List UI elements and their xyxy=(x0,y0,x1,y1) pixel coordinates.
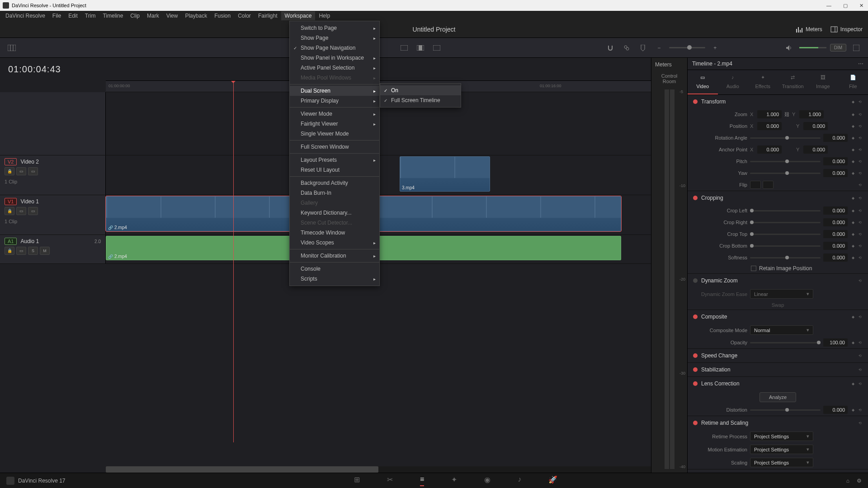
mixer-icon[interactable] xyxy=(850,42,863,54)
menu-mark[interactable]: Mark xyxy=(143,11,163,20)
motion-estimation-select[interactable]: Project Settings xyxy=(750,445,813,454)
menu-file[interactable]: File xyxy=(49,11,65,20)
menu-trim[interactable]: Trim xyxy=(81,11,99,20)
track-badge-a1[interactable]: A1 xyxy=(5,238,17,245)
menu-davinci-resolve[interactable]: DaVinci Resolve xyxy=(2,11,49,20)
section-stabilization[interactable]: Stabilization⟲ xyxy=(688,363,868,376)
inspector-tab-effects[interactable]: ✦Effects xyxy=(748,70,778,94)
marker-icon[interactable] xyxy=(637,42,649,54)
menu-item-fairlight-viewer[interactable]: Fairlight Viewer xyxy=(290,119,379,129)
composite-mode-select[interactable]: Normal xyxy=(750,325,813,335)
flip-h-button[interactable] xyxy=(750,181,761,189)
menu-item-show-page[interactable]: Show Page xyxy=(290,33,379,43)
crop-top-slider[interactable] xyxy=(750,234,821,235)
zoom-y-value[interactable]: 1.000 xyxy=(799,110,824,118)
menu-item-scripts[interactable]: Scripts xyxy=(290,274,379,284)
track-auto-button[interactable]: ▭ xyxy=(16,247,26,255)
menu-item-layout-presets[interactable]: Layout Presets xyxy=(290,155,379,165)
menu-item-full-screen-timeline[interactable]: ✓Full Screen Timeline xyxy=(380,95,461,105)
opacity-slider[interactable] xyxy=(750,342,821,343)
menu-item-dual-screen[interactable]: Dual Screen xyxy=(290,86,379,96)
enable-dot[interactable] xyxy=(693,196,698,200)
menu-item-switch-to-page[interactable]: Switch to Page xyxy=(290,23,379,33)
horizontal-scrollbar[interactable] xyxy=(106,466,651,473)
menu-item-keyword-dictionary-[interactable]: Keyword Dictionary... xyxy=(290,208,379,218)
crop-left-slider[interactable] xyxy=(750,210,821,211)
menu-clip[interactable]: Clip xyxy=(127,11,143,20)
page-deliver[interactable]: 🚀 xyxy=(548,475,557,486)
snap-icon[interactable] xyxy=(604,42,617,54)
menu-item-reset-ui-layout[interactable]: Reset UI Layout xyxy=(290,165,379,175)
distortion-slider[interactable] xyxy=(750,409,821,411)
menu-help[interactable]: Help xyxy=(315,11,334,20)
enable-dot[interactable] xyxy=(693,278,698,283)
mute-button[interactable]: M xyxy=(40,247,50,255)
solo-button[interactable]: S xyxy=(28,247,38,255)
maximize-button[interactable]: ▢ xyxy=(841,3,849,9)
distortion-value[interactable]: 0.000 xyxy=(823,406,848,414)
retime-process-select[interactable]: Project Settings xyxy=(750,432,813,441)
menu-item-single-viewer-mode[interactable]: Single Viewer Mode xyxy=(290,129,379,139)
track-disable-button[interactable]: ▭ xyxy=(28,207,38,215)
section-retime-scaling[interactable]: Retime and Scaling⟲ xyxy=(688,416,868,430)
section-composite[interactable]: Composite◆⟲ xyxy=(688,310,868,324)
enable-dot[interactable] xyxy=(693,421,698,425)
page-fairlight[interactable]: ♪ xyxy=(518,475,521,486)
menu-view[interactable]: View xyxy=(163,11,182,20)
menu-item-video-scopes[interactable]: Video Scopes xyxy=(290,238,379,248)
inspector-tab-image[interactable]: 🖼Image xyxy=(808,70,838,94)
volume-icon[interactable] xyxy=(783,42,796,54)
enable-dot[interactable] xyxy=(693,367,698,372)
link-icon[interactable] xyxy=(620,42,633,54)
menu-item-show-page-navigation[interactable]: ✓Show Page Navigation xyxy=(290,43,379,53)
inspector-tab-video[interactable]: ▭Video xyxy=(688,70,718,94)
rotation-value[interactable]: 0.000 xyxy=(823,134,848,142)
opacity-value[interactable]: 100.00 xyxy=(823,338,848,347)
reset-icon[interactable]: ⟲ xyxy=(857,112,863,117)
menu-fairlight[interactable]: Fairlight xyxy=(255,11,281,20)
menu-item-timecode-window[interactable]: Timecode Window xyxy=(290,228,379,238)
meters-toggle[interactable]: Meters xyxy=(796,26,822,33)
menu-fusion[interactable]: Fusion xyxy=(211,11,234,20)
menu-item-full-screen-window[interactable]: Full Screen Window xyxy=(290,142,379,152)
menu-item-show-panel-in-workspace[interactable]: Show Panel in Workspace xyxy=(290,53,379,63)
zoom-out-icon[interactable]: − xyxy=(653,42,665,54)
menu-workspace[interactable]: Workspace xyxy=(281,11,316,20)
clip-v2[interactable]: 3.mp4 xyxy=(400,156,490,192)
track-lock-button[interactable]: 🔒 xyxy=(5,247,14,255)
zoom-slider[interactable] xyxy=(669,47,705,48)
scaling-select[interactable]: Project Settings xyxy=(750,458,813,467)
enable-dot[interactable] xyxy=(693,353,698,358)
retain-checkbox[interactable] xyxy=(751,266,756,271)
reset-icon[interactable]: ⟲ xyxy=(857,99,863,104)
timecode-display[interactable]: 01:00:04:43 xyxy=(8,64,61,75)
page-media[interactable]: ⊞ xyxy=(354,475,360,486)
menu-item-data-burn-in[interactable]: Data Burn-In xyxy=(290,188,379,198)
inspector-tab-file[interactable]: 📄File xyxy=(838,70,868,94)
track-auto-button[interactable]: ▭ xyxy=(16,207,26,215)
track-auto-button[interactable]: ▭ xyxy=(16,167,26,175)
softness-slider[interactable] xyxy=(750,257,821,258)
dim-button[interactable]: DIM xyxy=(830,44,846,52)
track-badge-v2[interactable]: V2 xyxy=(5,158,17,165)
page-fusion[interactable]: ✦ xyxy=(451,475,457,486)
pitch-slider[interactable] xyxy=(750,161,821,162)
menu-color[interactable]: Color xyxy=(234,11,255,20)
menu-playback[interactable]: Playback xyxy=(181,11,211,20)
yaw-value[interactable]: 0.000 xyxy=(823,169,848,177)
menu-item-background-activity[interactable]: Background Activity xyxy=(290,178,379,188)
menu-item-primary-display[interactable]: Primary Display xyxy=(290,96,379,106)
settings-button[interactable]: ⚙ xyxy=(857,478,862,484)
link-chain-icon[interactable]: ⛓ xyxy=(784,112,789,117)
zoom-x-value[interactable]: 1.000 xyxy=(757,110,782,118)
page-edit[interactable]: ≡ xyxy=(420,475,424,486)
pos-y-value[interactable]: 0.000 xyxy=(803,122,828,130)
menu-edit[interactable]: Edit xyxy=(65,11,81,20)
insert-clip-icon[interactable] xyxy=(398,42,410,54)
enable-dot[interactable] xyxy=(693,381,698,386)
track-badge-v1[interactable]: V1 xyxy=(5,198,17,205)
menu-timeline[interactable]: Timeline xyxy=(99,11,127,20)
enable-dot[interactable] xyxy=(693,99,698,104)
crop-bottom-slider[interactable] xyxy=(750,245,821,247)
rotation-slider[interactable] xyxy=(750,137,821,139)
